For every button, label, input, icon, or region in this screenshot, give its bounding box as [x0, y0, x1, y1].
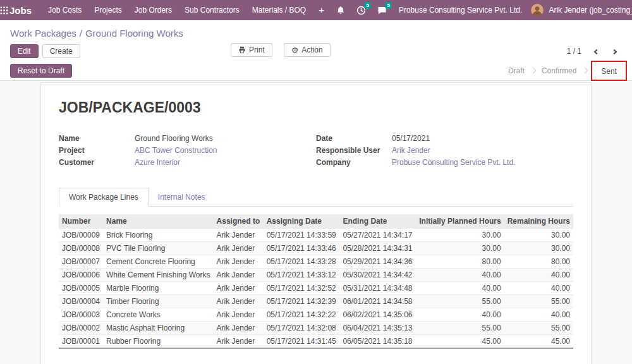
table-cell: 40.00	[416, 308, 504, 322]
action-button[interactable]: ⚙ Action	[284, 43, 331, 57]
field-groups: Name Ground Flooring Works Project ABC T…	[59, 134, 573, 170]
table-cell: JOB/00009	[59, 229, 103, 242]
table-cell: JOB/00005	[59, 282, 103, 295]
menu-materials-boq[interactable]: Materials / BOQ	[246, 0, 312, 20]
table-cell: Arik Jender	[214, 322, 264, 335]
table-row[interactable]: JOB/00004Timber FlooringArik Jender05/17…	[59, 295, 573, 308]
table-row[interactable]: JOB/00009Brick FlooringArik Jender05/17/…	[59, 229, 573, 242]
table-cell: PVC Tile Flooring	[103, 242, 214, 255]
table-cell: 80.00	[416, 255, 504, 269]
edit-button[interactable]: Edit	[10, 44, 39, 58]
apps-menu-button[interactable]	[0, 0, 8, 20]
field-value-name: Ground Flooring Works	[135, 134, 213, 143]
plus-menu-button[interactable]: +	[312, 0, 331, 20]
table-cell: 06/04/2021 14:35:13	[339, 322, 416, 335]
table-cell: 05/28/2021 14:34:31	[339, 242, 416, 255]
table-cell: 30.00	[416, 242, 504, 255]
message-count-badge: 5	[385, 2, 391, 9]
create-button[interactable]: Create	[42, 44, 80, 58]
pager-previous-button[interactable]	[589, 44, 604, 58]
work-package-lines-table: Number Name Assigned to Assigning Date E…	[59, 214, 573, 349]
col-header-name[interactable]: Name	[103, 214, 214, 229]
table-cell: 30.00	[504, 242, 573, 255]
notifications-button[interactable]	[331, 0, 351, 20]
statusbar: Draft Confirmed Sent	[502, 61, 627, 81]
chevron-left-icon	[594, 49, 599, 54]
reset-to-draft-button[interactable]: Reset to Draft	[10, 64, 72, 78]
bell-icon	[336, 6, 345, 15]
print-label: Print	[249, 46, 265, 54]
table-cell: 40.00	[504, 282, 573, 295]
table-row[interactable]: JOB/00001Rubber FlooringArik Jender05/17…	[59, 335, 573, 349]
table-cell: JOB/00001	[59, 335, 103, 349]
table-cell: 80.00	[504, 255, 573, 269]
apps-grid-icon	[0, 6, 8, 15]
table-row[interactable]: JOB/00003Concrete WorksArik Jender05/17/…	[59, 308, 573, 322]
table-cell: 55.00	[504, 322, 573, 335]
status-confirmed[interactable]: Confirmed	[535, 66, 583, 75]
action-buttons-group: Print ⚙ Action	[231, 43, 331, 57]
breadcrumb-parent[interactable]: Work Packages	[10, 28, 76, 39]
table-cell: Arik Jender	[214, 335, 264, 349]
user-menu[interactable]: Arik Jender (job_costing_work_package)	[545, 6, 632, 15]
systray: 5 5 Probuse Consulting Service Pvt. Ltd.…	[331, 0, 632, 20]
table-row[interactable]: JOB/00007Cement Concrete FlooringArik Je…	[59, 255, 573, 269]
table-cell: Mastic Asphalt Flooring	[103, 322, 214, 335]
company-menu[interactable]: Probuse Consulting Service Pvt. Ltd.	[392, 6, 528, 15]
field-value-responsible-user[interactable]: Arik Jender	[392, 146, 430, 155]
table-cell: 06/02/2021 14:35:06	[339, 308, 416, 322]
col-header-assigned-to[interactable]: Assigned to	[214, 214, 264, 229]
top-navbar: Jobs Job Costs Projects Job Orders Sub C…	[0, 0, 632, 20]
col-header-remaining-hours[interactable]: Remaining Hours	[504, 214, 573, 229]
table-row[interactable]: JOB/00002Mastic Asphalt FlooringArik Jen…	[59, 322, 573, 335]
table-cell: Timber Flooring	[103, 295, 214, 308]
menu-sub-contractors[interactable]: Sub Contractors	[178, 0, 246, 20]
menu-job-costs[interactable]: Job Costs	[42, 0, 88, 20]
table-cell: 05/31/2021 14:34:48	[339, 282, 416, 295]
annotation-highlight: Sent	[591, 61, 627, 81]
col-header-assigning-date[interactable]: Assigning Date	[264, 214, 340, 229]
record-title: JOB/PACKAGE/0003	[59, 99, 573, 116]
table-cell: 06/05/2021 14:35:18	[339, 335, 416, 349]
field-value-company[interactable]: Probuse Consulting Service Pvt. Ltd.	[392, 158, 515, 167]
table-cell: 05/17/2021 14:33:12	[264, 269, 340, 282]
table-cell: 05/17/2021 14:32:08	[264, 322, 340, 335]
tab-internal-notes[interactable]: Internal Notes	[149, 188, 215, 206]
table-row[interactable]: JOB/00005Marble FlooringArik Jender05/17…	[59, 282, 573, 295]
field-value-project[interactable]: ABC Tower Construction	[135, 146, 217, 155]
tab-work-package-lines[interactable]: Work Package Lines	[59, 188, 149, 207]
control-panel: Edit Create Print ⚙ Action 1 / 1	[0, 42, 632, 61]
status-draft[interactable]: Draft	[502, 66, 531, 75]
status-sent[interactable]: Sent	[595, 67, 623, 76]
col-header-initially-planned-hours[interactable]: Initially Planned Hours	[416, 214, 504, 229]
field-value-customer[interactable]: Azure Interior	[135, 158, 180, 167]
field-label-company: Company	[316, 158, 392, 167]
table-cell: JOB/00007	[59, 255, 103, 269]
app-name[interactable]: Jobs	[8, 5, 42, 16]
table-cell: Marble Flooring	[103, 282, 214, 295]
table-cell: 45.00	[416, 335, 504, 349]
table-cell: Concrete Works	[103, 308, 214, 322]
table-cell: Arik Jender	[214, 282, 264, 295]
chevron-right-icon	[612, 49, 617, 54]
printer-icon	[238, 46, 246, 54]
table-row[interactable]: JOB/00006White Cement Finishing WorksAri…	[59, 269, 573, 282]
table-cell: JOB/00006	[59, 269, 103, 282]
col-header-number[interactable]: Number	[59, 214, 103, 229]
table-cell: 45.00	[504, 335, 573, 349]
messages-button[interactable]: 5	[372, 0, 392, 20]
pager-next-button[interactable]	[607, 44, 622, 58]
table-cell: 05/17/2021 14:32:22	[264, 308, 340, 322]
table-row[interactable]: JOB/00008PVC Tile FlooringArik Jender05/…	[59, 242, 573, 255]
table-cell: 55.00	[416, 295, 504, 308]
breadcrumb-current: Ground Flooring Works	[85, 28, 183, 39]
breadcrumb-separator: /	[76, 28, 85, 39]
print-button[interactable]: Print	[231, 43, 272, 57]
table-cell: 05/17/2021 14:33:46	[264, 242, 340, 255]
col-header-ending-date[interactable]: Ending Date	[339, 214, 416, 229]
activities-button[interactable]: 5	[351, 0, 372, 20]
menu-job-orders[interactable]: Job Orders	[128, 0, 178, 20]
table-cell: 06/01/2021 14:34:58	[339, 295, 416, 308]
notebook-tabs: Work Package Lines Internal Notes	[59, 188, 573, 207]
menu-projects[interactable]: Projects	[88, 0, 128, 20]
